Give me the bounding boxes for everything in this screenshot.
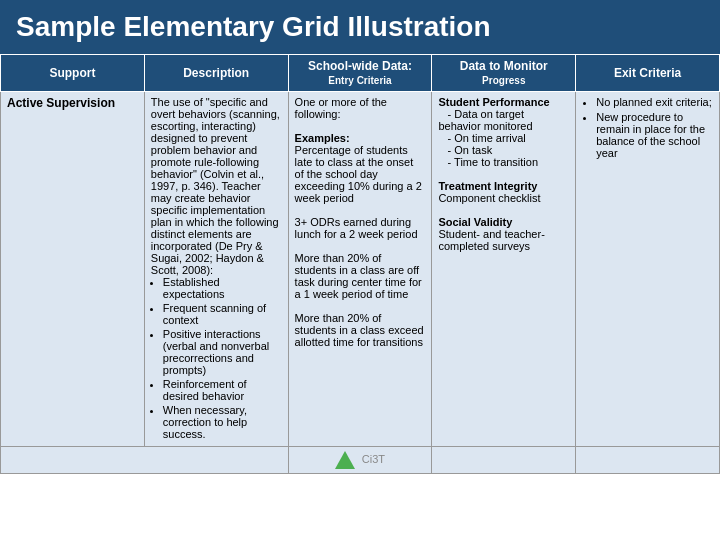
schoolwide-more2: More than 20% of students in a class exc… [295, 312, 426, 348]
schoolwide-more1: More than 20% of students in a class are… [295, 252, 426, 300]
list-item: Positive interactions (verbal and nonver… [163, 328, 282, 376]
exit-bullets: No planned exit criteria; New procedure … [596, 96, 713, 159]
grid-table: Support Description School-wide Data: En… [0, 54, 720, 474]
col-exit: Exit Criteria [576, 54, 720, 91]
list-item: Established expectations [163, 276, 282, 300]
student-perf-label: Student Performance [438, 96, 569, 108]
col-support: Support [1, 54, 145, 91]
schoolwide-intro: One or more of the following: [295, 96, 426, 120]
monitor-cell: Student Performance - Data on target beh… [432, 91, 576, 446]
col-description: Description [144, 54, 288, 91]
schoolwide-examples-label: Examples: [295, 132, 426, 144]
footer-empty-right1 [432, 446, 576, 473]
footer-empty-right2 [576, 446, 720, 473]
exit-cell: No planned exit criteria; New procedure … [576, 91, 720, 446]
treatment-val: Component checklist [438, 192, 569, 204]
table-row: Active Supervision The use of "specific … [1, 91, 720, 446]
schoolwide-cell: One or more of the following: Examples: … [288, 91, 432, 446]
description-cell: The use of "specific and overt behaviors… [144, 91, 288, 446]
description-intro: The use of "specific and overt behaviors… [151, 96, 280, 276]
list-item: No planned exit criteria; [596, 96, 713, 108]
monitor-subtext: - Data on target behavior monitored - On… [438, 108, 569, 168]
footer-logo: Ci3T [362, 452, 385, 464]
list-item: When necessary, correction to help succe… [163, 404, 282, 440]
footer-logo-cell: Ci3T [288, 446, 432, 473]
footer-empty-left [1, 446, 289, 473]
treatment-label: Treatment Integrity [438, 180, 569, 192]
list-item: Frequent scanning of context [163, 302, 282, 326]
schoolwide-odrs: 3+ ODRs earned during lunch for a 2 week… [295, 216, 426, 240]
col-schoolwide: School-wide Data: Entry Criteria [288, 54, 432, 91]
list-item: New procedure to remain in place for the… [596, 111, 713, 159]
description-bullets: Established expectations Frequent scanni… [163, 276, 282, 440]
footer-row: Ci3T [1, 446, 720, 473]
social-label: Social Validity [438, 216, 569, 228]
social-val: Student- and teacher-completed surveys [438, 228, 569, 252]
page-title: Sample Elementary Grid Illustration [0, 0, 720, 54]
grid-table-wrapper: Support Description School-wide Data: En… [0, 54, 720, 540]
page: Sample Elementary Grid Illustration Supp… [0, 0, 720, 540]
schoolwide-examples: Percentage of students late to class at … [295, 144, 426, 204]
support-cell: Active Supervision [1, 91, 145, 446]
triangle-icon [335, 451, 355, 469]
col-monitor: Data to Monitor Progress [432, 54, 576, 91]
list-item: Reinforcement of desired behavior [163, 378, 282, 402]
